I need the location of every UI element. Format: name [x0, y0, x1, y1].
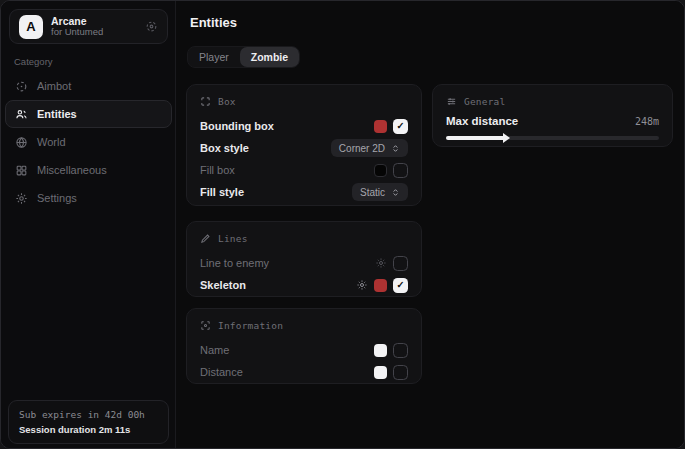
scan-icon	[200, 96, 211, 107]
max-distance-slider[interactable]	[446, 136, 659, 140]
sidebar-item-aimbot[interactable]: Aimbot	[5, 72, 172, 100]
app-logo: A	[19, 15, 43, 39]
entity-tabs: Player Zombie	[187, 46, 300, 68]
brand-text: Arcane for Untumed	[51, 15, 103, 38]
category-label: Category	[14, 56, 53, 67]
sidebar-item-label: Aimbot	[37, 80, 71, 92]
color-swatch-white[interactable]	[374, 344, 387, 357]
distance-checkbox[interactable]	[393, 365, 408, 380]
general-section-header: General	[446, 94, 659, 108]
row-label: Line to enemy	[200, 257, 269, 269]
sidebar-item-entities[interactable]: Entities	[5, 100, 172, 128]
row-fill-box: Fill box	[200, 159, 408, 181]
app-subtitle: for Untumed	[51, 27, 103, 38]
pencil-icon	[200, 233, 211, 244]
max-distance-value: 248m	[635, 116, 659, 127]
general-section: General Max distance 248m	[432, 84, 673, 147]
row-label: Bounding box	[200, 120, 274, 132]
sync-icon[interactable]	[145, 20, 158, 33]
row-bounding-box: Bounding box	[200, 115, 408, 137]
sidebar-item-label: World	[37, 136, 66, 148]
row-fill-style: Fill style Static	[200, 181, 408, 203]
section-title: General	[464, 96, 505, 107]
chevron-up-down-icon	[391, 144, 400, 153]
crosshair-icon	[15, 80, 28, 93]
gear-icon	[15, 192, 28, 205]
color-swatch-black[interactable]	[374, 164, 387, 177]
page-title: Entities	[190, 15, 237, 30]
dropdown-value: Static	[360, 187, 385, 198]
sidebar-item-label: Miscellaneous	[37, 164, 107, 176]
row-label: Distance	[200, 366, 243, 378]
lines-section: Lines Line to enemy Skeleton	[186, 221, 422, 297]
section-title: Information	[218, 320, 283, 331]
row-label: Name	[200, 344, 229, 356]
row-label: Box style	[200, 142, 249, 154]
bounding-box-checkbox[interactable]	[393, 119, 408, 134]
line-to-enemy-checkbox[interactable]	[393, 256, 408, 271]
section-title: Lines	[218, 233, 248, 244]
sub-expiry-text: Sub expires in 42d 00h	[19, 409, 158, 420]
row-label: Skeleton	[200, 279, 246, 291]
row-distance: Distance	[200, 361, 408, 383]
main-panel: Entities Player Zombie Box Bounding box	[176, 1, 684, 448]
box-section-header: Box	[200, 94, 408, 108]
sidebar-nav: Aimbot Entities World Miscellaneous	[5, 72, 172, 212]
sidebar-item-world[interactable]: World	[5, 128, 172, 156]
name-checkbox[interactable]	[393, 343, 408, 358]
row-label: Fill box	[200, 164, 235, 176]
row-box-style: Box style Corner 2D	[200, 137, 408, 159]
section-title: Box	[218, 96, 236, 107]
grid-icon	[15, 164, 28, 177]
lines-section-header: Lines	[200, 231, 408, 245]
sidebar-item-miscellaneous[interactable]: Miscellaneous	[5, 156, 172, 184]
color-swatch-red[interactable]	[374, 120, 387, 133]
max-distance-row: Max distance 248m	[446, 115, 659, 127]
sidebar-item-label: Entities	[37, 108, 77, 120]
box-section: Box Bounding box Box style Corner 2D	[186, 84, 422, 206]
sidebar-item-label: Settings	[37, 192, 77, 204]
box-style-dropdown[interactable]: Corner 2D	[331, 139, 408, 157]
dropdown-value: Corner 2D	[339, 143, 385, 154]
information-section: Information Name Distance	[186, 308, 422, 384]
fill-style-dropdown[interactable]: Static	[352, 183, 408, 201]
fill-box-checkbox[interactable]	[393, 163, 408, 178]
sidebar-item-settings[interactable]: Settings	[5, 184, 172, 212]
skeleton-settings-gear-icon[interactable]	[356, 279, 368, 291]
subscription-card: Sub expires in 42d 00h Session duration …	[8, 400, 169, 444]
information-section-header: Information	[200, 318, 408, 332]
skeleton-checkbox[interactable]	[393, 278, 408, 293]
color-swatch-white[interactable]	[374, 366, 387, 379]
entities-icon	[15, 108, 28, 121]
row-label: Fill style	[200, 186, 244, 198]
app-window: A Arcane for Untumed Category Aimbot	[0, 0, 685, 449]
slider-thumb[interactable]	[503, 133, 510, 143]
row-skeleton: Skeleton	[200, 274, 408, 296]
sliders-icon	[446, 96, 457, 107]
max-distance-label: Max distance	[446, 115, 518, 127]
focus-icon	[200, 320, 211, 331]
brand-card: A Arcane for Untumed	[9, 9, 168, 44]
tab-zombie[interactable]: Zombie	[240, 47, 299, 67]
globe-icon	[15, 136, 28, 149]
session-duration-text: Session duration 2m 11s	[19, 424, 158, 435]
row-line-to-enemy: Line to enemy	[200, 252, 408, 274]
sidebar: A Arcane for Untumed Category Aimbot	[1, 1, 176, 448]
line-settings-gear-icon[interactable]	[375, 257, 387, 269]
slider-fill	[446, 136, 505, 140]
row-name: Name	[200, 339, 408, 361]
tab-player[interactable]: Player	[188, 47, 240, 67]
color-swatch-red[interactable]	[374, 279, 387, 292]
chevron-up-down-icon	[391, 188, 400, 197]
